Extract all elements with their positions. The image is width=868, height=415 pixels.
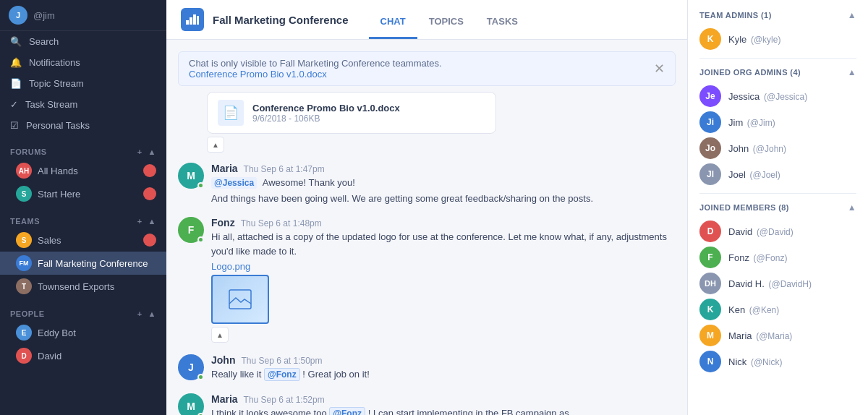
msg-text1: Awesome! Thank you! (263, 177, 355, 188)
fall-marketing-label: Fall Marketing Conference (38, 258, 148, 269)
right-panel: TEAM ADMINS (1) ▲ K Kyle (@kyle) JOINED … (687, 0, 868, 415)
avatar: N (699, 351, 721, 372)
tab-tasks[interactable]: TASKS (475, 16, 529, 39)
joined-org-admins-section: JOINED ORG ADMINS (4) ▲ Je Jessica (@Jes… (688, 59, 868, 193)
tab-topics[interactable]: TOPICS (417, 16, 475, 39)
people-collapse-icon[interactable]: ▲ (148, 309, 156, 318)
file-card: 📄 Conference Promo Bio v1.0.docx 9/6/201… (207, 92, 496, 134)
nav-personal-tasks-label: Personal Tasks (26, 120, 90, 131)
all-hands-badge (143, 164, 156, 177)
member-john: Jo John (@John) (699, 135, 856, 161)
image-collapse-btn[interactable]: ▲ (211, 327, 229, 343)
msg-text-pre: I think it looks awesome too (211, 408, 329, 416)
main-panel: Fall Marketing Conference CHAT TOPICS TA… (166, 0, 687, 415)
msg-text: @Jessica Awesome! Thank you! (211, 176, 593, 190)
msg-time: Thu Sep 6 at 1:47pm (244, 164, 325, 174)
nav-topic-stream[interactable]: 📄 Topic Stream (0, 73, 166, 94)
channel-sales[interactable]: S Sales (0, 228, 166, 252)
msg-text1: Hi all, attached is a copy of the update… (211, 230, 676, 258)
topic-stream-icon: 📄 (10, 78, 22, 89)
nav-search[interactable]: 🔍 Search (0, 31, 166, 52)
msg-text-post: ! Great job on it! (302, 369, 370, 380)
notifications-icon: 🔔 (10, 57, 22, 68)
person-eddy-bot[interactable]: E Eddy Bot (0, 321, 166, 344)
mention-fonz[interactable]: @Fonz (264, 368, 300, 381)
task-stream-icon: ✓ (10, 99, 18, 110)
chat-body: Chat is only visible to Fall Marketing C… (166, 40, 687, 415)
channel-all-hands[interactable]: AH All Hands (0, 159, 166, 182)
avatar: Jl (699, 163, 721, 185)
file-meta: 9/6/2018 - 106KB (252, 114, 400, 124)
msg-author: Maria (211, 393, 238, 405)
members-collapse-icon[interactable]: ▲ (848, 202, 856, 213)
file-link-banner[interactable]: Conference Promo Bio v1.0.docx (189, 69, 327, 80)
svg-rect-2 (193, 14, 196, 25)
avatar: Je (699, 85, 721, 107)
mention-fonz-2[interactable]: @Fonz (329, 407, 365, 416)
svg-rect-4 (229, 290, 251, 309)
team-admins-collapse-icon[interactable]: ▲ (848, 10, 856, 20)
msg-author: Fonz (211, 217, 235, 228)
member-jim: Ji Jim (@Jim) (699, 109, 856, 135)
teams-collapse-icon[interactable]: ▲ (148, 217, 156, 226)
joined-org-admins-header: JOINED ORG ADMINS (4) ▲ (699, 67, 856, 77)
teams-section-header: TEAMS + ▲ (0, 210, 166, 228)
msg-text: I think it looks awesome too @Fonz ! I c… (211, 406, 569, 416)
member-joel: Jl Joel (@Joel) (699, 161, 856, 187)
channel-icon (181, 8, 204, 31)
msg-author: Maria (211, 163, 238, 174)
file-collapse-btn[interactable]: ▲ (207, 137, 224, 153)
all-hands-label: All Hands (38, 166, 78, 176)
channel-start-here[interactable]: S Start Here (0, 182, 166, 205)
nav-task-stream[interactable]: ✓ Task Stream (0, 94, 166, 115)
avatar: DH (699, 273, 721, 294)
member-name: Kyle (@kyle) (728, 34, 780, 45)
avatar: M (178, 393, 204, 416)
search-icon: 🔍 (10, 36, 22, 47)
member-maria: M Maria (@Maria) (699, 322, 856, 348)
user-label: @jim (33, 10, 55, 21)
avatar: K (699, 28, 721, 50)
member-jessica: Je Jessica (@Jessica) (699, 83, 856, 109)
nav-topic-stream-label: Topic Stream (29, 78, 84, 89)
teams-add-icon[interactable]: + (137, 217, 142, 226)
member-nick: N Nick (@Nick) (699, 348, 856, 375)
msg-author: John (211, 354, 235, 366)
msg-text-post: ! I can start implementing in the FB cam… (368, 408, 569, 416)
team-admins-section: TEAM ADMINS (1) ▲ K Kyle (@kyle) (688, 0, 868, 58)
mention-tag[interactable]: @Jessica (211, 177, 257, 189)
channel-townsend[interactable]: T Townsend Exports (0, 275, 166, 298)
svg-rect-1 (190, 17, 192, 25)
nav-search-label: Search (29, 36, 59, 47)
sidebar: J @jim 🔍 Search 🔔 Notifications 📄 Topic … (0, 0, 166, 415)
forums-add-icon[interactable]: + (137, 147, 142, 156)
member-david-h: DH David H. (@DavidH) (699, 270, 856, 296)
sales-label: Sales (38, 235, 61, 246)
member-david: D David (@David) (699, 218, 856, 244)
message-content: Fonz Thu Sep 6 at 1:48pm Hi all, attache… (211, 217, 676, 343)
close-banner-button[interactable]: ✕ (654, 62, 665, 75)
member-ken: K Ken (@Ken) (699, 296, 856, 322)
forums-collapse-icon[interactable]: ▲ (148, 147, 156, 156)
chat-tabs: CHAT TOPICS TASKS (369, 0, 529, 39)
svg-rect-0 (186, 20, 189, 25)
channel-fall-marketing[interactable]: FM Fall Marketing Conference (0, 252, 166, 275)
message-john: J John Thu Sep 6 at 1:50pm Really like i… (166, 348, 687, 388)
joined-members-section: JOINED MEMBERS (8) ▲ D David (@David) F … (688, 194, 868, 380)
message-fonz: F Fonz Thu Sep 6 at 1:48pm Hi all, attac… (166, 211, 687, 348)
person-david[interactable]: D David (0, 344, 166, 367)
david-label: David (38, 351, 61, 361)
avatar: D (699, 221, 721, 242)
user-item[interactable]: J @jim (0, 0, 166, 31)
nav-notifications[interactable]: 🔔 Notifications (0, 52, 166, 73)
logo-file-link[interactable]: Logo.png (211, 261, 676, 272)
chat-header: Fall Marketing Conference CHAT TOPICS TA… (166, 0, 687, 40)
org-admins-collapse-icon[interactable]: ▲ (848, 67, 856, 77)
eddy-bot-label: Eddy Bot (38, 328, 76, 338)
msg-text: Really like it @Fonz ! Great job on it! (211, 367, 370, 382)
people-add-icon[interactable]: + (137, 309, 142, 318)
svg-rect-3 (197, 16, 199, 25)
nav-personal-tasks[interactable]: ☑ Personal Tasks (0, 115, 166, 136)
message-content: John Thu Sep 6 at 1:50pm Really like it … (211, 354, 370, 382)
tab-chat[interactable]: CHAT (369, 16, 417, 39)
